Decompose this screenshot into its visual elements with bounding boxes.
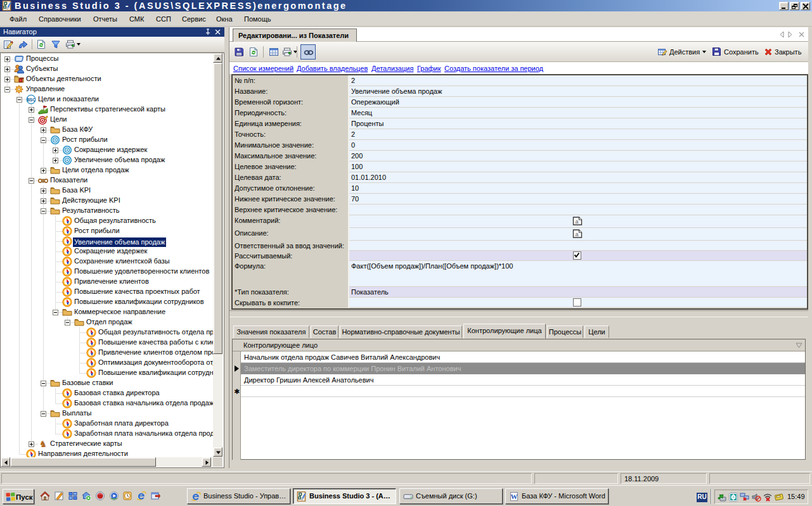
svg-text:a: a — [575, 218, 578, 225]
svg-text:a: a — [575, 231, 578, 237]
svg-text:BSC: BSC — [27, 98, 35, 102]
svg-text:W: W — [511, 493, 518, 500]
